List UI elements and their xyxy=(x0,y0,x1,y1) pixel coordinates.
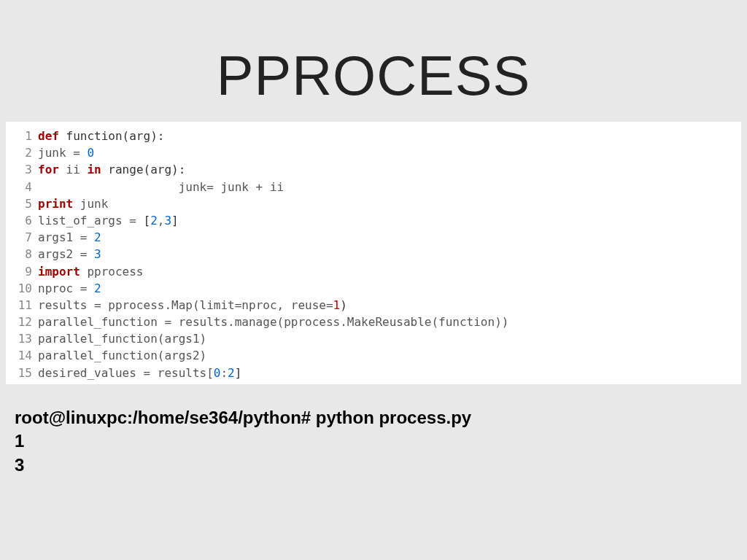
code-line: 9import pprocess xyxy=(6,263,741,280)
line-number: 10 xyxy=(6,280,38,297)
code-line: 12parallel_function = results.manage(ppr… xyxy=(6,314,741,330)
line-number: 13 xyxy=(6,330,38,347)
line-number: 3 xyxy=(6,161,38,178)
code-content: nproc = 2 xyxy=(38,280,741,297)
code-content: parallel_function = results.manage(pproc… xyxy=(38,314,741,330)
code-content: print junk xyxy=(38,195,741,212)
code-content: for ii in range(arg): xyxy=(38,161,741,178)
line-number: 15 xyxy=(6,365,38,381)
line-number: 2 xyxy=(6,144,38,161)
line-number: 11 xyxy=(6,297,38,314)
line-number: 9 xyxy=(6,263,38,280)
line-number: 1 xyxy=(6,128,38,144)
code-content: args1 = 2 xyxy=(38,229,741,246)
code-block: 1def function(arg):2junk = 03for ii in r… xyxy=(6,122,741,384)
code-line: 3for ii in range(arg): xyxy=(6,161,741,178)
code-content: args2 = 3 xyxy=(38,246,741,262)
line-number: 14 xyxy=(6,347,38,364)
code-line: 5print junk xyxy=(6,195,741,212)
code-line: 1def function(arg): xyxy=(6,128,741,144)
line-number: 6 xyxy=(6,212,38,229)
line-number: 5 xyxy=(6,195,38,212)
slide-title: PPROCESS xyxy=(0,0,747,114)
code-line: 6list_of_args = [2,3] xyxy=(6,212,741,229)
code-content: parallel_function(args2) xyxy=(38,347,741,364)
code-line: 10nproc = 2 xyxy=(6,280,741,297)
code-content: def function(arg): xyxy=(38,128,741,144)
slide: PPROCESS 1def function(arg):2junk = 03fo… xyxy=(0,0,747,560)
code-line: 13parallel_function(args1) xyxy=(6,330,741,347)
terminal-output: root@linuxpc:/home/se364/python# python … xyxy=(0,384,747,477)
code-content: parallel_function(args1) xyxy=(38,330,741,347)
code-content: desired_values = results[0:2] xyxy=(38,365,741,381)
code-line: 7args1 = 2 xyxy=(6,229,741,246)
code-content: list_of_args = [2,3] xyxy=(38,212,741,229)
line-number: 8 xyxy=(6,246,38,262)
code-content: junk= junk + ii xyxy=(38,179,741,195)
code-line: 14parallel_function(args2) xyxy=(6,347,741,364)
code-line: 8args2 = 3 xyxy=(6,246,741,262)
line-number: 7 xyxy=(6,229,38,246)
code-line: 4 junk= junk + ii xyxy=(6,179,741,195)
line-number: 12 xyxy=(6,314,38,330)
code-line: 11results = pprocess.Map(limit=nproc, re… xyxy=(6,297,741,314)
code-content: import pprocess xyxy=(38,263,741,280)
code-line: 2junk = 0 xyxy=(6,144,741,161)
code-content: results = pprocess.Map(limit=nproc, reus… xyxy=(38,297,741,314)
code-content: junk = 0 xyxy=(38,144,741,161)
line-number: 4 xyxy=(6,179,38,195)
code-line: 15desired_values = results[0:2] xyxy=(6,365,741,381)
